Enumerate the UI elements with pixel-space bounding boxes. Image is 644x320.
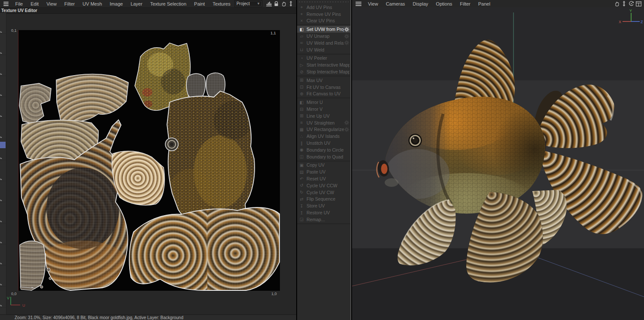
menu-filter[interactable]: Filter xyxy=(61,0,79,7)
palette-grip-handle[interactable] xyxy=(299,0,349,3)
uv-command-line-up-uv[interactable]: ⊞Line Up UV xyxy=(297,113,350,119)
project-dropdown[interactable]: Project ▼ xyxy=(234,0,262,7)
uv-command-uv-weld[interactable]: ⊔UV Weld xyxy=(297,46,350,53)
axis-gizmo[interactable]: Y X Z xyxy=(618,9,643,27)
menu-cameras[interactable]: Cameras xyxy=(382,0,409,7)
tool-strip-button[interactable] xyxy=(0,34,6,55)
menu-edit[interactable]: Edit xyxy=(27,0,43,7)
uv-command-label: Restore UV xyxy=(307,210,349,215)
uv-command-label: Cycle UV CW xyxy=(307,190,349,195)
uv-command-group: ◧Mirror U⊟Mirror V⊞Line Up UV≡UV Straigh… xyxy=(297,98,350,161)
active-tool-button[interactable] xyxy=(0,142,6,148)
uv-command-start-interactive-mapping[interactable]: ▷Start Interactive Mapping xyxy=(297,61,350,68)
menu-options[interactable]: Options xyxy=(432,0,456,7)
menu-image[interactable]: Image xyxy=(106,0,127,7)
uv-command-stop-interactive-mapping[interactable]: ⊘Stop Interactive Mapping xyxy=(297,68,350,75)
uv-command-label: Remove UV Pins xyxy=(307,12,349,17)
viewport-scene-svg xyxy=(352,7,644,320)
uv-command-remove-uv-pins[interactable]: ⌖Remove UV Pins xyxy=(297,11,350,18)
uv-command-mirror-v[interactable]: ⊟Mirror V xyxy=(297,106,350,113)
uv-command-cycle-uv-ccw[interactable]: ↺Cycle UV CCW xyxy=(297,182,350,189)
panel-title: Texture UV Editor xyxy=(0,8,37,13)
tool-strip-button[interactable] xyxy=(0,97,6,118)
uv-command-paste-uv[interactable]: ▤Paste UV xyxy=(297,168,350,175)
menu-file[interactable]: File xyxy=(11,0,27,7)
histogram-icon[interactable] xyxy=(265,0,273,7)
uv-command-store-uv[interactable]: ↧Store UV xyxy=(297,202,350,209)
uv-command-boundary-to-quad[interactable]: ◫Boundary to Quad xyxy=(297,153,350,160)
rotate-view-icon[interactable] xyxy=(628,0,635,7)
uv-canvas[interactable] xyxy=(18,30,280,291)
tail-upper-fin xyxy=(536,85,614,148)
menu-textures[interactable]: Textures xyxy=(209,0,234,7)
tool-strip-button[interactable] xyxy=(0,244,6,265)
uv-command-copy-uv[interactable]: ▣Copy UV xyxy=(297,162,350,169)
uv-command-clear-uv-pins[interactable]: ×Clear UV Pins xyxy=(297,18,350,24)
menu-texture-selection[interactable]: Texture Selection xyxy=(146,0,190,7)
uv-command-uv-rectangularize[interactable]: ▦UV Rectangularize xyxy=(297,126,350,133)
uv-command-align-uv-islands[interactable]: ∴Align UV Islands xyxy=(297,133,350,140)
uv-command-label: Unstitch UV xyxy=(307,140,349,146)
menu-layer[interactable]: Layer xyxy=(127,0,146,7)
menu-display[interactable]: Display xyxy=(409,0,432,7)
uv-command-mirror-u[interactable]: ◧Mirror U xyxy=(297,99,350,106)
fit-vertical-icon[interactable] xyxy=(620,0,628,7)
uv-command-uv-peeler[interactable]: ◔UV Peeler xyxy=(297,55,350,62)
gear-icon[interactable] xyxy=(344,27,349,32)
menu-view[interactable]: View xyxy=(364,0,382,7)
tool-strip-button[interactable] xyxy=(0,265,6,286)
uv-island-group[interactable] xyxy=(19,43,280,291)
uv-command-flip-sequence[interactable]: ⇄Flip Sequence xyxy=(297,196,350,203)
goldfish-model[interactable] xyxy=(377,40,642,282)
uv-command-fit-canvas-to-uv[interactable]: ⊕Fit Canvas to UV xyxy=(297,91,350,98)
gear-icon[interactable] xyxy=(344,120,349,125)
align-uv-islands-icon: ∴ xyxy=(299,134,304,139)
uv-command-set-uvw-from-projection[interactable]: ◧Set UVW from Projection xyxy=(297,26,350,33)
pan-hand-icon[interactable] xyxy=(280,0,287,7)
tool-strip-button[interactable] xyxy=(0,202,6,223)
uv-command-unstitch-uv[interactable]: ∥Unstitch UV xyxy=(297,140,350,146)
tool-strip-button[interactable] xyxy=(0,118,6,139)
fit-canvas-to-uv-icon: ⊕ xyxy=(299,91,304,96)
hamburger-menu-icon[interactable] xyxy=(355,2,361,6)
menu-filter[interactable]: Filter xyxy=(456,0,474,7)
uv-command-uv-weld-and-relax[interactable]: ≂UV Weld and Relax xyxy=(297,40,350,46)
uv-command-add-uv-pins[interactable]: ⌖Add UV Pins xyxy=(297,4,350,11)
uv-command-label: UV Rectangularize xyxy=(307,127,344,132)
start-interactive-mapping-icon: ▷ xyxy=(299,63,304,67)
uv-command-label: UV Weld xyxy=(307,47,349,52)
pan-hand-icon[interactable] xyxy=(613,0,620,7)
uv-command-boundary-to-circle[interactable]: ◉Boundary to Circle xyxy=(297,146,350,153)
gear-icon[interactable] xyxy=(344,127,349,132)
tool-strip-button[interactable] xyxy=(0,160,6,181)
uv-command-cycle-uv-cw[interactable]: ↻Cycle UV CW xyxy=(297,189,350,196)
viewport-3d[interactable]: Y X Z xyxy=(352,7,644,320)
uv-command-remap[interactable]: ◲Remap... xyxy=(297,216,350,223)
remap-icon: ◲ xyxy=(299,217,304,222)
tool-strip-button[interactable] xyxy=(0,55,6,76)
menu-panel[interactable]: Panel xyxy=(474,0,494,7)
panel-layout-icon[interactable] xyxy=(635,0,642,7)
hamburger-menu-icon[interactable] xyxy=(3,2,9,6)
tool-strip-button[interactable] xyxy=(0,76,6,97)
tool-strip-button[interactable] xyxy=(0,223,6,244)
uv-command-uv-unwrap[interactable]: ▱UV Unwrap xyxy=(297,33,350,40)
uv-command-fit-uv-to-canvas[interactable]: ⊡Fit UV to Canvas xyxy=(297,84,350,91)
fit-vertical-icon[interactable] xyxy=(287,0,295,7)
gear-icon[interactable] xyxy=(344,40,349,45)
clear-uv-pins-icon: × xyxy=(299,18,304,23)
menu-view[interactable]: View xyxy=(43,0,61,7)
uv-command-uv-straighten[interactable]: ≡UV Straighten xyxy=(297,119,350,126)
menu-uv-mesh[interactable]: UV Mesh xyxy=(79,0,106,7)
v-axis-label: V xyxy=(7,296,9,300)
uv-command-restore-uv[interactable]: ↥Restore UV xyxy=(297,209,350,216)
lock-icon[interactable] xyxy=(273,0,280,7)
tool-strip-button[interactable] xyxy=(0,13,6,34)
cycle-uv-cw-icon: ↻ xyxy=(299,190,304,195)
tool-strip-button[interactable] xyxy=(0,286,6,308)
menu-paint[interactable]: Paint xyxy=(190,0,209,7)
tool-strip-button[interactable] xyxy=(0,181,6,202)
uv-command-max-uv[interactable]: ⊞Max UV xyxy=(297,77,350,84)
gear-icon[interactable] xyxy=(344,34,349,39)
uv-command-reset-uv[interactable]: ↶Reset UV xyxy=(297,175,350,182)
